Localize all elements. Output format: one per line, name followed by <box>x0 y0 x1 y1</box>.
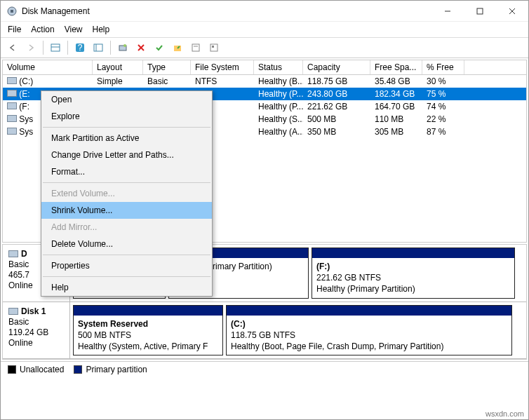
menu-action[interactable]: Action <box>31 25 54 34</box>
maximize-button[interactable] <box>464 1 496 22</box>
col-type[interactable]: Type <box>143 60 191 74</box>
menu-item[interactable]: Format... <box>41 163 212 180</box>
menu-item[interactable]: Change Drive Letter and Paths... <box>41 147 212 163</box>
title-bar: Disk Management <box>1 1 528 22</box>
disk-row: Disk 1Basic119.24 GBOnlineSystem Reserve… <box>3 302 526 360</box>
col-filesystem[interactable]: File System <box>191 60 254 74</box>
check-icon[interactable] <box>152 40 167 55</box>
col-free[interactable]: Free Spa... <box>370 60 422 74</box>
toolbar: ? <box>1 38 528 58</box>
menu-bar: File Action View Help <box>1 22 528 38</box>
legend: Unallocated Primary partition <box>1 361 528 377</box>
partition[interactable]: System Reserved500 MB NTFSHealthy (Syste… <box>73 305 223 356</box>
forward-button[interactable] <box>23 40 39 55</box>
settings-icon[interactable] <box>206 40 222 55</box>
help-icon[interactable]: ? <box>72 40 88 55</box>
svg-rect-10 <box>94 44 102 51</box>
svg-point-13 <box>123 44 126 47</box>
svg-rect-3 <box>477 8 483 14</box>
menu-item: Extend Volume... <box>41 185 212 202</box>
col-capacity[interactable]: Capacity <box>303 60 370 74</box>
delete-icon[interactable] <box>133 40 149 55</box>
svg-rect-20 <box>212 46 214 48</box>
back-button[interactable] <box>5 40 20 55</box>
col-percent[interactable]: % Free <box>422 60 464 74</box>
menu-item[interactable]: Shrink Volume... <box>41 202 212 219</box>
partition[interactable]: (F:)221.62 GB NTFSHealthy (Primary Parti… <box>312 248 515 299</box>
refresh-icon[interactable] <box>115 40 130 55</box>
col-layout[interactable]: Layout <box>93 60 143 74</box>
menu-item[interactable]: Mark Partition as Active <box>41 130 212 147</box>
col-status[interactable]: Status <box>254 60 303 74</box>
folder-icon[interactable] <box>170 40 185 55</box>
svg-rect-1 <box>11 10 13 13</box>
legend-primary: Primary partition <box>74 365 147 374</box>
minimize-button[interactable] <box>431 1 464 22</box>
menu-help[interactable]: Help <box>93 25 110 34</box>
col-volume[interactable]: Volume <box>3 60 93 74</box>
menu-view[interactable]: View <box>65 25 83 34</box>
svg-rect-17 <box>192 44 199 51</box>
partition[interactable]: (C:)118.75 GB NTFSHealthy (Boot, Page Fi… <box>226 305 512 356</box>
menu-file[interactable]: File <box>8 25 21 34</box>
menu-item[interactable]: Delete Volume... <box>41 236 212 252</box>
app-icon <box>6 6 18 17</box>
menu-item[interactable]: Properties <box>41 257 212 274</box>
menu-item[interactable]: Explore <box>41 108 212 125</box>
svg-rect-6 <box>51 44 60 51</box>
menu-item: Add Mirror... <box>41 219 212 236</box>
menu-item[interactable]: Open <box>41 91 212 108</box>
menu-item[interactable]: Help <box>41 279 212 296</box>
list-icon[interactable] <box>91 40 106 55</box>
context-menu[interactable]: OpenExploreMark Partition as ActiveChang… <box>41 90 213 297</box>
table-row[interactable]: (C:)SimpleBasicNTFSHealthy (B...118.75 G… <box>3 75 526 88</box>
legend-unallocated: Unallocated <box>8 365 64 374</box>
close-button[interactable] <box>496 1 528 22</box>
table-view-icon[interactable] <box>48 40 63 55</box>
watermark: wsxdn.com <box>486 409 524 418</box>
window-title: Disk Management <box>22 6 431 16</box>
properties-icon[interactable] <box>188 40 203 55</box>
table-header: Volume Layout Type File System Status Ca… <box>3 60 526 75</box>
svg-text:?: ? <box>78 43 83 53</box>
